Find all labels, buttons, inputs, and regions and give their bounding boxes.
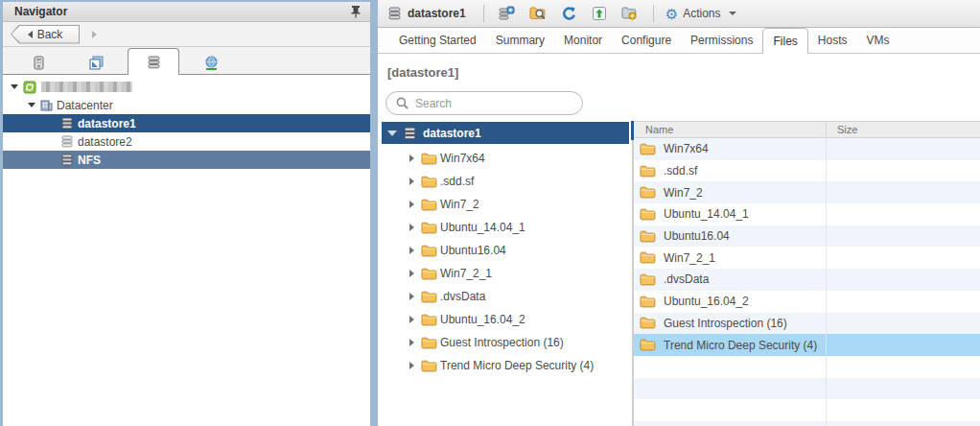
content-tab[interactable]: Hosts: [808, 28, 857, 53]
content-tab[interactable]: Configure: [612, 28, 681, 53]
file-row[interactable]: Ubuntu_16.04_2: [634, 291, 980, 313]
folder-icon: [640, 296, 656, 308]
file-list-header: Name Size: [634, 121, 980, 138]
column-header-size[interactable]: Size: [827, 122, 980, 137]
folder-tree-item[interactable]: Win7x64: [382, 147, 629, 170]
file-row[interactable]: Win7x64: [634, 138, 980, 160]
tree-item-nfs[interactable]: NFS: [3, 151, 370, 169]
expand-arrow-icon[interactable]: [409, 316, 414, 323]
expand-arrow-icon[interactable]: [409, 154, 414, 162]
browse-files-icon[interactable]: [525, 3, 550, 24]
folder-tree-item[interactable]: Win7_2: [382, 193, 629, 216]
content-tab[interactable]: Files: [762, 28, 807, 54]
file-size: [827, 225, 980, 248]
navigator-tab-bar: [3, 47, 370, 75]
tree-item-vcenter[interactable]: [3, 78, 370, 96]
file-size: [827, 291, 980, 313]
expand-arrow-icon[interactable]: [409, 339, 414, 346]
folder-icon: [640, 251, 656, 264]
search-box: [385, 91, 583, 115]
file-row[interactable]: Ubuntu_14.04_1: [634, 203, 980, 225]
folder-tree-item[interactable]: Ubuntu_16.04_2: [382, 308, 629, 331]
content-tab[interactable]: Getting Started: [389, 28, 486, 53]
refresh-icon[interactable]: [556, 3, 581, 24]
expand-arrow-icon[interactable]: [409, 362, 414, 369]
folder-tree-item[interactable]: .dvsData: [382, 285, 629, 308]
collapse-arrow-icon[interactable]: [387, 130, 397, 136]
content-tab[interactable]: Permissions: [681, 28, 762, 53]
folder-tree-item[interactable]: Ubuntu16.04: [382, 239, 629, 262]
tree-item-datacenter[interactable]: Datacenter: [3, 96, 370, 114]
tab-vms-and-templates[interactable]: [80, 51, 112, 74]
register-vm-icon[interactable]: [495, 3, 520, 24]
navigator-title: Navigator: [14, 5, 349, 18]
content-tab[interactable]: VMs: [857, 28, 899, 53]
column-header-name[interactable]: Name: [634, 122, 827, 137]
datacenter-icon: [40, 99, 53, 111]
actions-label: Actions: [683, 7, 720, 20]
file-name: .dvsData: [664, 272, 709, 286]
vcenter-name-redacted: [41, 82, 132, 92]
tab-networking[interactable]: [195, 51, 227, 74]
content-tab[interactable]: Monitor: [554, 28, 612, 53]
pin-icon[interactable]: [349, 5, 362, 18]
folder-icon: [421, 337, 437, 349]
expand-arrow-icon[interactable]: [409, 201, 414, 208]
object-title: datastore1: [408, 7, 466, 20]
navigator-panel: Navigator Back: [3, 2, 370, 426]
expand-arrow-icon[interactable]: [409, 178, 414, 185]
file-row[interactable]: Win7_2: [634, 181, 980, 203]
folder-tree-item[interactable]: Ubuntu_14.04_1: [382, 216, 629, 239]
datastore-icon: [403, 127, 417, 140]
tab-hosts-and-clusters[interactable]: [22, 51, 55, 74]
expand-arrow-icon[interactable]: [409, 247, 414, 254]
expand-arrow-icon[interactable]: [409, 224, 414, 231]
tab-label: Files: [773, 35, 797, 48]
increase-capacity-icon[interactable]: [587, 3, 612, 24]
empty-rows: [634, 356, 980, 426]
datastore-icon: [387, 7, 402, 20]
folder-icon: [421, 291, 437, 303]
search-input[interactable]: [415, 97, 574, 110]
forward-arrow-icon: [92, 31, 97, 38]
file-row[interactable]: .sdd.sf: [634, 160, 980, 182]
folder-tree-item[interactable]: Trend Micro Deep Security (4): [382, 354, 629, 377]
folder-tree-item[interactable]: Guest Introspection (16): [382, 331, 629, 354]
tab-label: Getting Started: [399, 34, 477, 47]
expand-arrow-icon[interactable]: [409, 293, 414, 300]
file-row[interactable]: Guest Introspection (16): [634, 313, 980, 335]
tab-label: Permissions: [690, 34, 753, 47]
file-name: Ubuntu16.04: [664, 229, 730, 243]
collapse-arrow-icon[interactable]: [11, 84, 18, 89]
expand-arrow-icon[interactable]: [409, 270, 414, 277]
content-tab[interactable]: Summary: [486, 28, 554, 53]
folder-tree-root[interactable]: datastore1: [382, 122, 629, 144]
actions-button[interactable]: ⚙ Actions: [662, 5, 740, 23]
tab-label: VMs: [867, 34, 890, 47]
file-name: .sdd.sf: [664, 164, 697, 178]
inventory-tree: Datacenter datastore1 datastore2 NFS: [3, 75, 370, 426]
tree-item-datastore1[interactable]: datastore1: [3, 114, 370, 132]
tab-label: Configure: [621, 34, 671, 47]
collapse-arrow-icon[interactable]: [28, 103, 35, 107]
tree-item-datastore2[interactable]: datastore2: [3, 132, 370, 151]
file-row[interactable]: .dvsData: [634, 269, 980, 291]
folder-icon: [640, 317, 656, 329]
tab-label: Summary: [496, 34, 545, 47]
file-list: Name Size Win7x64: [634, 121, 980, 426]
tab-storage[interactable]: [128, 48, 179, 75]
folder-label: .dvsData: [440, 290, 485, 303]
file-size: [827, 203, 980, 225]
forward-button[interactable]: [83, 25, 105, 44]
file-row[interactable]: Trend Micro Deep Security (4): [634, 334, 980, 356]
folder-icon: [640, 273, 656, 286]
folder-icon: [421, 314, 437, 326]
file-row[interactable]: Ubuntu16.04: [634, 225, 980, 248]
folder-tree-item[interactable]: Win7_2_1: [382, 262, 629, 285]
storage-providers-icon[interactable]: [618, 3, 642, 24]
folder-icon: [640, 208, 656, 221]
file-row[interactable]: Win7_2_1: [634, 247, 980, 269]
file-size: [827, 160, 980, 182]
back-button[interactable]: Back: [11, 25, 80, 44]
folder-tree-item[interactable]: .sdd.sf: [382, 170, 629, 193]
